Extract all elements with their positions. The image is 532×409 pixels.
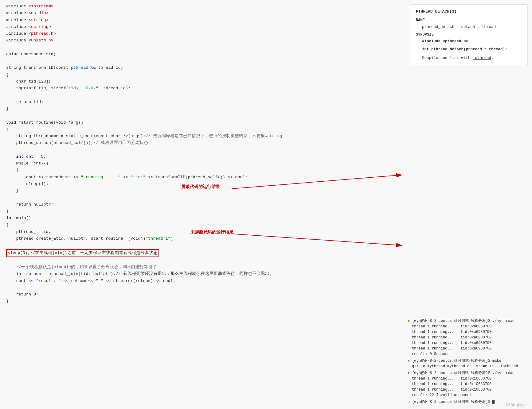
code-text: << strerror(retnum) << endl;	[103, 279, 175, 283]
code-line	[6, 92, 397, 98]
terminal-prompt-text: [wyn@VM-8-2-centos 临时测试-线程分离]$ |	[412, 400, 495, 404]
code-line: #include <unistd.h>	[6, 37, 397, 44]
code-text: , thread_id);	[98, 86, 131, 91]
code-text: & thread_id)	[93, 65, 123, 70]
man-link: -pthread	[473, 56, 491, 60]
code-line: return 0;	[6, 291, 397, 298]
code-line: cout << "result: " << retnum << " " << s…	[6, 278, 397, 284]
credit-text: CSDN @rygtm	[506, 403, 528, 407]
code-line: return tid;	[6, 99, 397, 106]
code-text: << retnum <<	[61, 279, 96, 283]
code-text: main()	[14, 216, 31, 220]
code-line: int retnum = pthread_join(tid, nullptr);…	[6, 271, 397, 277]
code-text: }	[6, 106, 9, 111]
man-synopsis-func: int pthread_detach(pthread_t thread);	[416, 46, 522, 52]
arrow-label-1: 屏蔽代码的运行结果	[181, 184, 220, 190]
code-line: int cnt = 5;	[6, 153, 397, 160]
terminal-output: thread 1 running... , tid:0xa6980700	[408, 329, 527, 335]
code-text: string threadname = static_cast<	[6, 134, 96, 138]
code-line: #include <cstring>	[6, 24, 397, 30]
main-container: #include <iostream> #include <cstdio> #i…	[0, 0, 532, 409]
code-text: <<	[121, 175, 131, 179]
code-line: while (cnt--)	[6, 160, 397, 167]
terminal-bullet: ●	[408, 371, 410, 375]
code-text: // 告诉编译器是在已知情况下，进行的强制类型转换，不要报warning	[146, 134, 282, 138]
code-text	[6, 272, 16, 276]
code-line	[6, 194, 397, 201]
code-line	[6, 44, 397, 51]
code-text: const	[56, 65, 71, 70]
code-text: ;	[36, 292, 38, 297]
terminal-output: thread 1 running... , tid:0xa6980700	[408, 346, 527, 351]
code-text: snprintf(tid, sizeof(tid),	[6, 86, 83, 91]
terminal-bullet: ○	[408, 400, 410, 404]
code-text: retnum = pthread_join(tid, nullptr);// 新…	[24, 272, 274, 276]
code-line: cout << threadname << " running... , " <…	[6, 174, 397, 181]
man-synopsis-include: #include <pthread.h>	[416, 38, 522, 44]
code-text: pthread_detach(pthread_self());	[6, 141, 93, 145]
code-text: sleep(	[6, 182, 41, 186]
code-text: int	[16, 272, 23, 276]
code-text: "thread 1"	[146, 236, 170, 241]
code-text: #include	[6, 11, 29, 15]
code-text: using namespace std;	[6, 52, 56, 56]
code-line	[6, 58, 397, 64]
terminal-block-1: ● [wyn@VM-8-2-centos 临时测试-线程分离]$ ./mythr…	[408, 318, 527, 357]
code-line: {	[6, 126, 397, 133]
terminal-output: thread 1 running... , tid:0x10683700	[408, 381, 527, 387]
code-text: " "	[96, 279, 103, 283]
code-line: int main()	[6, 215, 397, 222]
terminal-prompt-text: [wyn@VM-8-2-centos 临时测试-线程分离]$ ./mythrea…	[412, 371, 514, 375]
terminal-output: thread 1 running... , tid:0x10683700	[408, 376, 527, 381]
terminal-prompt-line: ● [wyn@VM-8-2-centos 临时测试-线程分离]$ ./mythr…	[408, 318, 527, 324]
code-text: >(args);	[126, 134, 146, 138]
terminal-output: result: 22 Invalid argument	[408, 392, 527, 398]
code-line: }	[6, 208, 397, 215]
terminal-prompt-line: ● [wyn@VM-8-2-centos 临时测试-线程分离]$ ./mythr…	[408, 370, 527, 376]
code-text: );	[44, 182, 49, 186]
code-line	[6, 112, 397, 119]
code-text: }	[6, 209, 9, 214]
code-text: "0x%x"	[83, 86, 98, 91]
terminal-output: g++ -o mythread mythread.cc -std=c++11 -…	[408, 364, 527, 369]
code-text: " running... , "	[81, 175, 121, 179]
arrow-label-2: 未屏蔽代码的运行结果	[190, 230, 233, 235]
divider	[403, 0, 403, 409]
code-text: << transformTID(pthread_self()) << endl;	[146, 175, 248, 179]
code-text: return nullptr;	[6, 202, 53, 207]
code-text: int	[16, 154, 23, 159]
code-text: }	[6, 188, 19, 193]
man-name-text: pthread_detach - detach a thread	[416, 24, 522, 30]
code-text: }	[6, 299, 9, 303]
code-line: {	[6, 71, 397, 78]
code-line: //一个线程默认是joinable的，如果设置了分离状态，则不能进行等待了！	[6, 264, 397, 271]
right-panel: PTHREAD_DETACH(3) NAME pthread_detach - …	[403, 0, 532, 409]
code-line	[6, 242, 397, 249]
code-text: cnt =	[24, 154, 41, 159]
terminal-prompt-text: [wyn@VM-8-2-centos 临时测试-线程分离]$ make	[412, 359, 501, 363]
code-line	[6, 257, 397, 264]
code-line: #include <iostream>	[6, 3, 397, 10]
terminal-prompt-text: [wyn@VM-8-2-centos 临时测试-线程分离]$ ./mythrea…	[412, 319, 514, 323]
code-text: #include	[6, 18, 29, 22]
code-text: <pthread.h>	[29, 31, 56, 36]
code-text: const char *	[96, 134, 126, 138]
man-section-name: NAME	[416, 17, 522, 23]
spacer	[408, 71, 527, 318]
terminal-output: thread 1 running... , tid:0xa6980700	[408, 335, 527, 340]
code-line: char tid[128];	[6, 78, 397, 85]
code-text: int	[6, 216, 14, 220]
code-line: {	[6, 222, 397, 229]
code-text: <cstdio>	[29, 11, 49, 15]
code-text: #include	[6, 25, 29, 29]
terminal-block-2: ● [wyn@VM-8-2-centos 临时测试-线程分离]$ make g+…	[408, 358, 527, 369]
code-text: #include	[6, 38, 29, 43]
code-text: {	[6, 168, 19, 172]
terminal-bullet: ●	[408, 319, 410, 323]
code-line	[6, 147, 397, 153]
code-text: 5	[41, 154, 43, 159]
code-text: <iostream>	[29, 4, 53, 9]
code-text: {	[6, 127, 9, 132]
code-line: #include <pthread.h>	[6, 30, 397, 37]
code-line: pthread_detach(pthread_self());// 线程设置自己…	[6, 140, 397, 146]
